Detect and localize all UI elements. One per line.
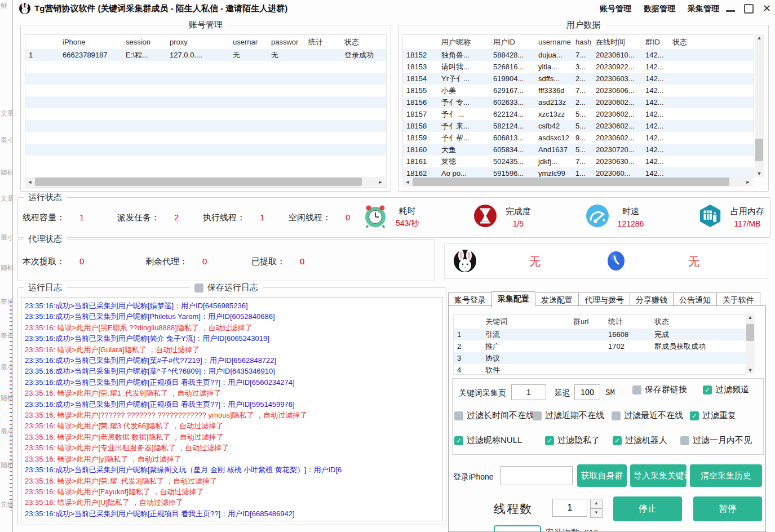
run-metric: 完成度1/5 — [473, 203, 531, 230]
table-row[interactable]: 18158予亻来...582124...csfb425...20230602..… — [403, 120, 754, 132]
table-row[interactable] — [25, 132, 386, 144]
table-row[interactable]: 3协议 — [454, 352, 746, 364]
scroll-down-icon[interactable]: ▼ — [746, 367, 755, 373]
run-stat-label: 派发任务： — [117, 212, 160, 223]
table-row[interactable]: 166623789187E:\程...127.0.0....无无登录成功 — [25, 49, 386, 61]
table-cell: 2... — [572, 98, 592, 107]
user-vscroll-thumb[interactable] — [755, 139, 763, 161]
action-button[interactable]: 导入采集关键词 — [630, 464, 687, 487]
user-hscrollbar[interactable]: ◄ ► — [403, 177, 752, 187]
scroll-left-icon[interactable]: ◄ — [403, 179, 412, 185]
pause-button[interactable]: 暂停 — [693, 496, 762, 521]
tab-content: 关键词群url统计状态1引流16608完成2推广1702群成员获取成功3协议4软… — [448, 305, 766, 532]
action-button[interactable]: 清空采集历史 — [690, 464, 762, 487]
table-cell: 推广 — [482, 342, 570, 352]
filter-checkbox-option[interactable]: ✓过滤重复 — [690, 410, 736, 421]
scroll-down-icon[interactable]: ▼ — [755, 171, 764, 176]
scroll-up-icon[interactable]: ▲ — [755, 35, 764, 41]
column-header: 在线时间 — [592, 37, 642, 47]
user-table[interactable]: 用户昵称用户IDusernamehash在线时间群ID状态18152独角兽...… — [402, 34, 754, 178]
action-button[interactable]: 获取自身群 — [577, 464, 627, 487]
footer-button-fragment[interactable] — [494, 525, 541, 532]
menu-item[interactable]: 采集管理 — [688, 4, 719, 14]
table-row[interactable]: 18160大鱼605834...And16375...20230720...14… — [403, 144, 754, 156]
filter-checkbox-option[interactable]: 过滤最近不在线 — [612, 410, 683, 421]
checkbox-unchecked[interactable] — [680, 436, 689, 445]
scroll-right-icon[interactable]: ► — [376, 179, 385, 185]
table-row[interactable]: 18157予亻 ...622124...xzc13zz5...20230602.… — [403, 108, 754, 120]
checkbox-unchecked[interactable] — [454, 411, 463, 420]
table-row[interactable]: 18152独角兽...588428...dujua...7...20230610… — [403, 49, 754, 61]
user-hscroll-thumb[interactable] — [413, 178, 729, 186]
delay-input[interactable] — [574, 384, 600, 400]
account-hscrollbar[interactable]: ◄ ► — [25, 177, 385, 187]
checkbox-unchecked[interactable] — [632, 385, 641, 394]
table-row[interactable] — [25, 96, 386, 108]
keyword-vscroll-thumb[interactable] — [746, 324, 754, 341]
table-row[interactable]: 18153请叫我...526816...yitia...3...20230922… — [403, 61, 754, 73]
filter-checkbox-option[interactable]: 保存群链接 — [632, 384, 687, 395]
stepper-up-icon[interactable]: ▲ — [590, 499, 603, 508]
run-log-area[interactable]: 23:35:16:成功>当前已采集到用户昵称[娟梦遥]：用户ID[6456985… — [21, 297, 443, 521]
scroll-up-icon[interactable]: ▲ — [746, 314, 755, 320]
stepper-down-icon[interactable]: ▼ — [590, 508, 603, 518]
table-cell: 20230603... — [592, 74, 642, 83]
run-stat-value: 1 — [79, 212, 84, 223]
checkbox-unchecked[interactable] — [533, 411, 542, 420]
filter-checkbox-option[interactable]: 过滤长时间不在线 — [454, 410, 534, 421]
login-iphone-input[interactable] — [501, 466, 573, 485]
filter-checkbox-option[interactable]: ✓过滤昵称NULL — [454, 435, 522, 446]
table-row[interactable]: 1引流16608完成 — [454, 329, 746, 340]
checkbox-checked[interactable]: ✓ — [454, 436, 463, 445]
log-line: 23:35:16: 错误>此用户[U]隐私了 ，自动过滤掉了 — [25, 497, 442, 508]
checkbox-unchecked[interactable] — [612, 411, 621, 420]
table-row[interactable] — [25, 156, 386, 167]
table-row[interactable] — [25, 108, 386, 120]
keyword-vscrollbar[interactable]: ▲ ▼ — [746, 314, 755, 374]
close-button[interactable]: ✕ — [763, 3, 771, 14]
table-row[interactable]: 18154Yr予亻...619904...sdffs...2...2023060… — [403, 73, 754, 85]
table-row[interactable]: 2推广1702群成员获取成功 — [454, 340, 746, 352]
scroll-left-icon[interactable]: ◄ — [25, 179, 34, 185]
table-row[interactable] — [25, 120, 386, 132]
filter-checkbox-option[interactable]: ✓过滤隐私了 — [545, 435, 600, 446]
keyword-page-input[interactable] — [511, 384, 546, 400]
table-cell: 142... — [642, 63, 669, 71]
checkbox-checked[interactable]: ✓ — [613, 436, 622, 445]
tab-active[interactable]: 采集配置 — [491, 291, 535, 308]
account-table[interactable]: iPhonesessionproxyusernarpasswor统计状态1666… — [25, 34, 387, 188]
table-row[interactable] — [25, 61, 386, 73]
filter-checkbox-option[interactable]: ✓过滤机器人 — [613, 435, 667, 446]
minimize-button[interactable] — [726, 10, 735, 12]
maximize-button[interactable] — [744, 4, 754, 14]
checkbox-checked[interactable]: ✓ — [545, 436, 554, 445]
thread-count-input[interactable] — [552, 499, 587, 517]
table-row[interactable] — [25, 73, 386, 85]
save-log-option[interactable]: 保存运行日志 — [190, 282, 263, 293]
stop-button[interactable]: 停止 — [613, 496, 682, 521]
table-row[interactable]: 18155小美629167...fff3336d7...20230606...1… — [403, 85, 754, 96]
account-hscroll-thumb[interactable] — [35, 178, 362, 186]
user-vscrollbar[interactable]: ▲ ▼ — [755, 34, 764, 177]
table-row[interactable]: 18159予亻帮...606813...asdsxc129...20230602… — [403, 132, 754, 144]
table-row[interactable] — [25, 85, 386, 96]
filter-checkbox-option[interactable]: 过滤近期不在线 — [533, 410, 604, 421]
table-row[interactable]: 18156予亻专...602633...asd213z2...20230602.… — [403, 96, 754, 108]
filter-checkbox-option[interactable]: ✓过滤频道 — [703, 384, 749, 395]
menu-item[interactable]: 账号管理 — [600, 4, 631, 14]
menu-item[interactable]: 数据管理 — [644, 4, 675, 14]
proxy-ip-value: 无 — [529, 254, 541, 269]
log-line: 23:35:16:成功>当前已采集到用户昵称[简介 兔子Y流]：用户ID[606… — [25, 333, 442, 344]
keyword-table[interactable]: 关键词群url统计状态1引流16608完成2推广1702群成员获取成功3协议4软… — [453, 314, 746, 375]
collect-options-box: 关键词采集页 延迟 SM 保存群链接✓过滤频道 过滤长时间不在线过滤近期不在线过… — [452, 378, 764, 455]
filter-checkbox-option[interactable]: 过滤一月内不见 — [680, 435, 752, 446]
scroll-right-icon[interactable]: ► — [743, 179, 752, 185]
thread-count-label: 线程数 — [494, 501, 533, 517]
table-row[interactable]: 18161莱德502435...jdkfj...7...20230630...1… — [403, 156, 754, 167]
table-row[interactable]: 4软件 — [454, 364, 746, 375]
checkbox-checked[interactable]: ✓ — [703, 385, 712, 394]
checkbox-checked[interactable]: ✓ — [690, 411, 699, 420]
table-row[interactable] — [25, 144, 386, 156]
save-log-checkbox[interactable] — [194, 283, 203, 292]
proxy-stat-label: 本次提取： — [23, 256, 65, 267]
